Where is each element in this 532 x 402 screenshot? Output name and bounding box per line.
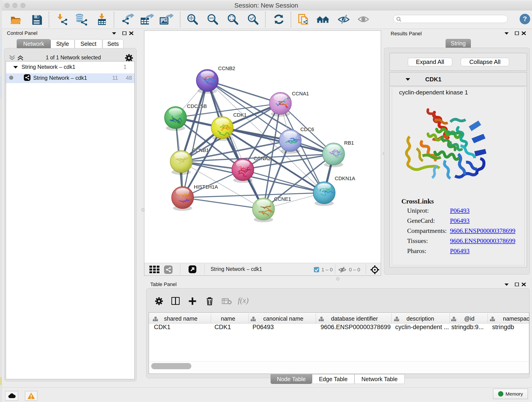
svg-text:CDC25B: CDC25B	[187, 103, 207, 109]
svg-text:CCNA1: CCNA1	[292, 91, 309, 96]
svg-text:CDKN1A: CDKN1A	[335, 176, 355, 181]
svg-text:?: ?	[523, 15, 527, 22]
svg-text:CDC6: CDC6	[300, 127, 314, 132]
svg-text:CCNB1: CCNB1	[192, 147, 209, 153]
svg-text:CCNE1: CCNE1	[274, 196, 291, 202]
svg-text:CCNB2: CCNB2	[218, 65, 235, 71]
svg-text:CCNA2: CCNA2	[254, 156, 271, 161]
svg-text:HIST1H1A: HIST1H1A	[194, 184, 218, 190]
svg-text:RB1: RB1	[344, 140, 354, 146]
svg-text:CDK1: CDK1	[233, 112, 247, 118]
